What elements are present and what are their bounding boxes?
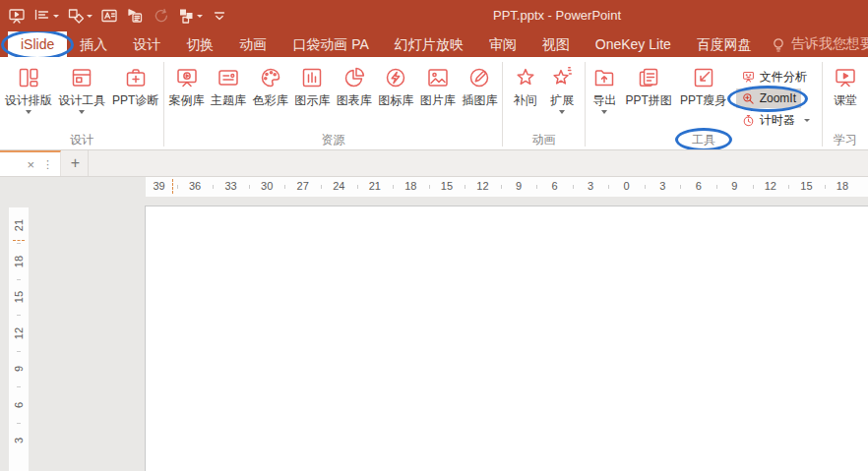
classroom-button[interactable]: 课堂: [831, 62, 860, 108]
arrange-objects-icon: [177, 7, 195, 25]
ribbon-group-tools: 导出PPT拼图PPT瘦身文件分析ZoomIt计时器工具: [586, 57, 822, 149]
group-label-resources: 资源: [164, 132, 502, 149]
slide-surface[interactable]: [145, 206, 868, 471]
ruler-number: 15: [800, 180, 812, 192]
annotation-circle: [1, 31, 74, 57]
reading-order-button[interactable]: [33, 7, 59, 25]
ruler-tick: [465, 185, 465, 189]
ruler-number: 18: [837, 180, 848, 192]
button-label: 文件分析: [760, 69, 807, 86]
tween-button[interactable]: 补间: [511, 62, 540, 108]
file-analysis-button[interactable]: 文件分析: [736, 67, 812, 87]
timer-button[interactable]: 计时器: [736, 110, 815, 130]
illustration-library-button[interactable]: 插图库: [460, 62, 499, 108]
button-label: 图示库: [294, 93, 330, 107]
ruler-number: 33: [224, 180, 236, 192]
ribbon-group-learning: 课堂学习: [823, 57, 868, 149]
start-slideshow-button[interactable]: [8, 7, 26, 25]
design-tools-button[interactable]: 设计工具: [56, 62, 107, 115]
dropdown-caret-icon: [79, 110, 85, 114]
tab-insert[interactable]: 插入: [67, 31, 120, 57]
dropdown-caret-icon: [601, 110, 607, 114]
zoomit-button[interactable]: ZoomIt: [736, 88, 801, 108]
ruler-tick: [645, 185, 646, 189]
ppt-slim-button[interactable]: PPT瘦身: [678, 62, 728, 108]
shapes-pen-button[interactable]: [67, 7, 93, 25]
button-label: 设计工具: [58, 93, 105, 107]
ruler-number: 36: [189, 180, 201, 192]
tab-menu-icon[interactable]: ⋮: [42, 159, 53, 170]
button-label: PPT瘦身: [680, 93, 726, 107]
ruler-tick: [17, 386, 21, 387]
tab-onekey-lite[interactable]: OneKey Lite: [583, 31, 684, 57]
ruler-number: 18: [404, 180, 416, 192]
animation-pane-button[interactable]: [126, 7, 144, 25]
design-layout-button[interactable]: 设计排版: [3, 62, 54, 115]
tab-slide-show[interactable]: 幻灯片放映: [382, 31, 476, 57]
ruler-tick: [177, 185, 178, 189]
ruler-tick: [680, 185, 681, 189]
ruler-number: 15: [13, 291, 25, 303]
group-label-animation: 动画: [503, 132, 585, 149]
ruler-tick: [284, 185, 285, 189]
quick-access-toolbar: [8, 0, 228, 31]
small-button-stack: 文件分析ZoomIt计时器: [733, 62, 818, 130]
diagram-library-icon: [299, 65, 325, 90]
tab-animations[interactable]: 动画: [226, 31, 279, 57]
tween-icon: [513, 65, 538, 90]
ppt-puzzle-button[interactable]: PPT拼图: [624, 62, 674, 108]
dropdown-caret-icon: [87, 15, 93, 18]
button-label: PPT拼图: [626, 93, 672, 107]
theme-library-button[interactable]: 主题库: [209, 62, 248, 108]
design-layout-icon: [16, 65, 41, 90]
case-library-icon: [174, 65, 200, 90]
ruler-number: 39: [153, 180, 164, 192]
icon-library-button[interactable]: 图标库: [376, 62, 415, 108]
ruler-number: 18: [13, 255, 25, 266]
ppt-diagnose-button[interactable]: PPT诊断: [110, 62, 160, 108]
ruler-number: 9: [13, 366, 25, 372]
color-library-icon: [258, 65, 283, 90]
ribbon-group-resources: 案例库主题库色彩库图示库图表库图标库图片库插图库资源: [164, 57, 502, 149]
tab-view[interactable]: 视图: [529, 31, 583, 57]
tab-review[interactable]: 审阅: [476, 31, 529, 57]
picture-library-icon: [425, 65, 451, 90]
tell-me-box[interactable]: 告诉我您想要做什么: [765, 31, 868, 57]
diagram-library-button[interactable]: 图示库: [292, 62, 332, 108]
button-label: 计时器: [760, 112, 795, 129]
color-library-button[interactable]: 色彩库: [251, 62, 290, 108]
case-library-button[interactable]: 案例库: [167, 62, 207, 108]
dropdown-caret-icon: [197, 15, 203, 18]
text-box-button[interactable]: [100, 7, 118, 25]
ruler-number: 6: [551, 180, 557, 192]
customize-quick-access-button[interactable]: [211, 7, 228, 25]
ruler-tick: [17, 315, 21, 316]
reading-order-icon: [33, 7, 51, 25]
tab-pocket-animation-pa[interactable]: 口袋动画 PA: [279, 31, 382, 57]
button-label: PPT诊断: [112, 93, 158, 107]
tab-islide[interactable]: iSlide: [8, 31, 67, 57]
ruler-number: 24: [333, 180, 344, 192]
new-tab-button[interactable]: +: [63, 150, 89, 176]
editing-canvas: 21181512963: [0, 198, 868, 471]
button-label: 设计排版: [5, 93, 52, 107]
group-label-design: 设计: [0, 132, 163, 149]
export-button[interactable]: 导出: [589, 62, 619, 115]
ruler-number: 21: [369, 180, 381, 192]
close-tab-icon[interactable]: ×: [27, 158, 34, 171]
start-slideshow-icon: [8, 7, 26, 25]
button-label: 图片库: [420, 93, 456, 107]
ruler-number: 0: [624, 180, 630, 192]
document-tab[interactable]: × ⋮: [0, 150, 61, 176]
ruler-tick: [17, 351, 21, 352]
tab-design[interactable]: 设计: [120, 31, 173, 57]
ruler-number: 3: [13, 438, 25, 443]
tab-baidu-netdisk[interactable]: 百度网盘: [684, 31, 765, 57]
ruler-position-marker: [13, 240, 25, 241]
picture-library-button[interactable]: 图片库: [418, 62, 458, 108]
button-label: 案例库: [169, 93, 205, 107]
arrange-objects-button[interactable]: [177, 7, 203, 25]
tab-transitions[interactable]: 切换: [173, 31, 226, 57]
chart-library-button[interactable]: 图表库: [335, 62, 374, 108]
extend-button[interactable]: 扩展: [547, 62, 577, 115]
